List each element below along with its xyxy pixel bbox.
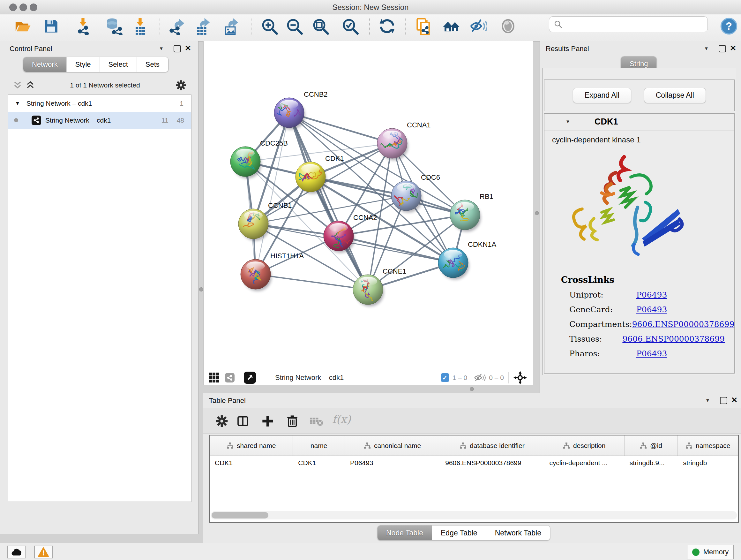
results-panel-maximize-icon[interactable]: [719, 45, 726, 52]
network-row-selected[interactable]: String Network – cdk1 11 48: [8, 112, 191, 129]
crosslink-tissues-link[interactable]: 9606.ENSP00000378699: [622, 334, 725, 344]
table-row[interactable]: CDK1CDK1P064939606.ENSP00000378699cyclin…: [210, 456, 738, 470]
node-rb1[interactable]: RB1: [450, 192, 493, 232]
control-panel-close-icon[interactable]: ✕: [185, 45, 191, 51]
function-builder-icon: f(x): [332, 413, 351, 426]
column-header-namespace[interactable]: namespace: [678, 435, 738, 455]
table-cell[interactable]: CDK1: [293, 459, 345, 467]
vertical-splitter-handle[interactable]: [199, 287, 203, 292]
export-image-icon[interactable]: [222, 17, 240, 35]
control-panel-tab-bar: Network Style Select Sets: [23, 57, 169, 72]
table-cell[interactable]: stringdb:9...: [624, 459, 678, 467]
column-type-icon: [364, 442, 371, 449]
open-session-icon[interactable]: [14, 17, 31, 35]
cloud-status-button[interactable]: [7, 546, 25, 558]
save-session-icon[interactable]: [42, 17, 60, 35]
expand-all-button[interactable]: Expand All: [573, 88, 631, 103]
tab-node-table[interactable]: Node Table: [378, 525, 432, 540]
network-graph[interactable]: CCNB2CCNA1CDC25BCDK1CDC6RB1CCNB1CCNA2CDK…: [204, 41, 533, 369]
node-cdk1[interactable]: CDK1: [295, 154, 344, 194]
memory-button[interactable]: Memory: [687, 545, 734, 559]
column-header-canonical-name[interactable]: canonical name: [345, 435, 440, 455]
table-cell[interactable]: 9606.ENSP00000378699: [440, 459, 544, 467]
selected-items-checkbox[interactable]: ✓: [441, 373, 449, 382]
collapse-all-button[interactable]: Collapse All: [644, 88, 706, 103]
results-panel-float-icon[interactable]: ▼: [704, 46, 709, 51]
refresh-icon[interactable]: [378, 17, 396, 35]
node-ccnb1[interactable]: CCNB1: [239, 201, 292, 241]
table-panel-float-icon[interactable]: ▼: [705, 397, 710, 403]
column-header--id[interactable]: @id: [624, 435, 678, 455]
zoom-selected-icon[interactable]: [341, 17, 359, 35]
zoom-in-icon[interactable]: [260, 17, 278, 35]
network-options-gear-icon[interactable]: [176, 80, 186, 91]
gene-collapse-caret-icon[interactable]: ▼: [565, 119, 570, 124]
gene-section-header[interactable]: ▼ CDK1: [544, 114, 734, 131]
hide-selected-eye-icon[interactable]: [469, 17, 487, 35]
birds-eye-view-icon[interactable]: [513, 371, 527, 385]
tab-select[interactable]: Select: [99, 57, 137, 72]
node-hist1h1a[interactable]: HIST1H1A: [241, 252, 304, 291]
warning-status-button[interactable]: [34, 546, 53, 558]
crosslink-compartments-link[interactable]: 9606.ENSP00000378699: [632, 320, 735, 329]
graphics-details-eye-icon[interactable]: [499, 17, 517, 35]
node-ccna1[interactable]: CCNA1: [377, 121, 431, 160]
crosslink-pharos-link[interactable]: P06493: [636, 349, 667, 358]
horizontal-splitter-handle[interactable]: [470, 387, 474, 391]
tab-edge-table[interactable]: Edge Table: [432, 525, 486, 540]
node-cdkn1a[interactable]: CDKN1A: [438, 240, 496, 280]
show-all-homes-icon[interactable]: [442, 17, 460, 35]
zoom-fit-icon[interactable]: [312, 17, 329, 35]
control-panel-title: Control Panel: [10, 45, 52, 53]
tab-network[interactable]: Network: [23, 57, 66, 72]
delete-column-trash-icon[interactable]: [286, 414, 299, 428]
import-database-icon[interactable]: [105, 17, 123, 35]
search-input[interactable]: [549, 16, 708, 32]
collapse-all-chevron-icon[interactable]: [13, 81, 22, 89]
warning-icon: [38, 547, 49, 557]
control-panel-float-icon[interactable]: ▼: [159, 46, 164, 51]
open-in-window-icon[interactable]: [244, 372, 256, 384]
expand-all-chevron-icon[interactable]: [26, 81, 35, 89]
import-table-icon[interactable]: [131, 17, 149, 35]
show-columns-icon[interactable]: [237, 415, 249, 428]
table-panel-close-icon[interactable]: ✕: [731, 397, 738, 403]
node-ccnb2[interactable]: CCNB2: [273, 90, 328, 130]
table-cell[interactable]: CDK1: [210, 459, 293, 467]
network-collection-row[interactable]: ▼ String Network – cdk1 1: [8, 95, 191, 112]
tree-expand-caret-icon[interactable]: ▼: [15, 101, 20, 106]
add-column-icon[interactable]: [261, 415, 274, 428]
results-panel-close-icon[interactable]: ✕: [730, 45, 736, 51]
column-header-description[interactable]: description: [544, 435, 624, 455]
export-network-icon[interactable]: [168, 17, 186, 35]
node-label: CCNA2: [353, 213, 377, 222]
crosslink-uniprot-link[interactable]: P06493: [636, 290, 667, 300]
table-options-gear-icon[interactable]: [215, 415, 228, 428]
export-table-icon[interactable]: [194, 17, 212, 35]
column-header-shared-name[interactable]: shared name: [210, 435, 293, 455]
table-cell[interactable]: stringdb: [678, 459, 738, 467]
table-panel-maximize-icon[interactable]: [720, 397, 727, 404]
table-cell[interactable]: P06493: [345, 459, 440, 467]
svg-text:?: ?: [726, 20, 732, 32]
table-cell[interactable]: cyclin-dependent ...: [544, 459, 624, 467]
column-header-name[interactable]: name: [293, 435, 345, 455]
import-network-icon[interactable]: [74, 17, 92, 35]
hidden-items-count: 0 – 0: [489, 374, 504, 381]
table-horizontal-scrollbar[interactable]: [211, 511, 737, 519]
scrollbar-thumb[interactable]: [212, 512, 268, 518]
tab-style[interactable]: Style: [66, 57, 99, 72]
network-view-toolbar: String Network – cdk1 ✓ 1 – 0 0 – 0: [204, 370, 533, 385]
crosslink-genecard-link[interactable]: P06493: [636, 305, 667, 314]
node-label: CCNE1: [383, 267, 407, 275]
tab-network-table[interactable]: Network Table: [486, 525, 550, 540]
control-panel-maximize-icon[interactable]: [174, 45, 181, 52]
string-view-icon[interactable]: [225, 373, 234, 382]
clone-network-icon[interactable]: [414, 17, 432, 35]
zoom-out-icon[interactable]: [285, 17, 303, 35]
vertical-splitter-handle[interactable]: [535, 211, 539, 215]
tab-sets[interactable]: Sets: [137, 57, 168, 72]
grid-layout-icon[interactable]: [208, 372, 220, 383]
help-icon[interactable]: ?: [720, 17, 738, 35]
column-header-database-identifier[interactable]: database identifier: [440, 435, 544, 455]
